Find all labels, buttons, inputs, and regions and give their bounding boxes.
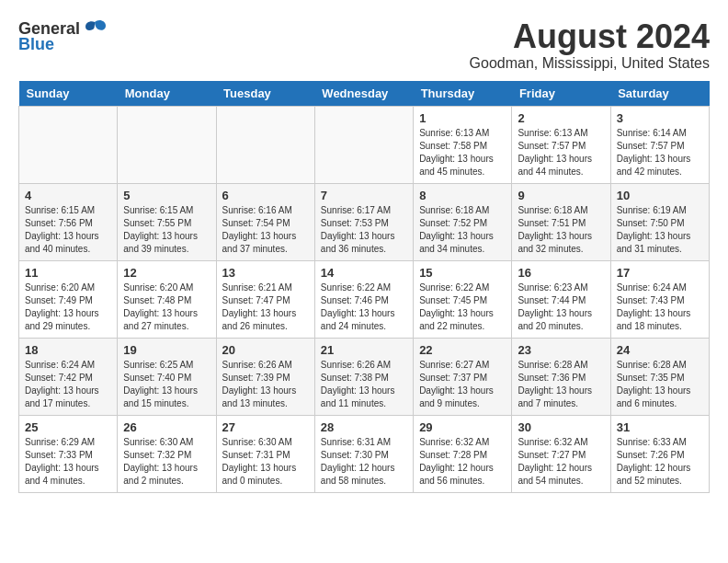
calendar-cell-w1-d2 <box>118 106 216 183</box>
day-number: 16 <box>518 266 604 280</box>
day-number: 13 <box>222 266 309 280</box>
day-info: Sunrise: 6:29 AMSunset: 7:33 PMDaylight:… <box>25 436 111 488</box>
calendar-cell-w1-d3 <box>216 106 314 183</box>
day-info: Sunrise: 6:23 AMSunset: 7:44 PMDaylight:… <box>518 282 604 333</box>
day-info: Sunrise: 6:13 AMSunset: 7:58 PMDaylight:… <box>419 127 506 178</box>
day-number: 20 <box>222 343 309 357</box>
day-number: 26 <box>123 420 210 434</box>
day-info: Sunrise: 6:28 AMSunset: 7:35 PMDaylight:… <box>617 359 703 410</box>
title-section: August 2024 Goodman, Mississippi, United… <box>470 18 710 72</box>
calendar-cell-w4-d5: 22Sunrise: 6:27 AMSunset: 7:37 PMDayligh… <box>414 338 512 415</box>
calendar-cell-w1-d4 <box>314 106 413 183</box>
day-number: 17 <box>617 266 703 280</box>
calendar-cell-w5-d4: 28Sunrise: 6:31 AMSunset: 7:30 PMDayligh… <box>314 415 413 492</box>
week-row-5: 25Sunrise: 6:29 AMSunset: 7:33 PMDayligh… <box>19 415 710 492</box>
day-info: Sunrise: 6:15 AMSunset: 7:55 PMDaylight:… <box>123 204 210 256</box>
week-row-1: 1Sunrise: 6:13 AMSunset: 7:58 PMDaylight… <box>19 106 710 183</box>
calendar-cell-w4-d1: 18Sunrise: 6:24 AMSunset: 7:42 PMDayligh… <box>19 338 118 415</box>
calendar-cell-w1-d1 <box>19 106 118 183</box>
day-info: Sunrise: 6:18 AMSunset: 7:52 PMDaylight:… <box>419 204 506 256</box>
day-info: Sunrise: 6:25 AMSunset: 7:40 PMDaylight:… <box>123 359 210 410</box>
calendar-cell-w5-d6: 30Sunrise: 6:32 AMSunset: 7:27 PMDayligh… <box>512 415 610 492</box>
day-number: 4 <box>25 189 111 202</box>
day-number: 23 <box>518 343 604 357</box>
calendar-cell-w3-d6: 16Sunrise: 6:23 AMSunset: 7:44 PMDayligh… <box>512 260 610 338</box>
day-info: Sunrise: 6:20 AMSunset: 7:49 PMDaylight:… <box>25 282 111 333</box>
day-info: Sunrise: 6:22 AMSunset: 7:46 PMDaylight:… <box>321 282 407 333</box>
day-info: Sunrise: 6:30 AMSunset: 7:32 PMDaylight:… <box>123 436 210 488</box>
calendar-cell-w3-d1: 11Sunrise: 6:20 AMSunset: 7:49 PMDayligh… <box>19 260 118 338</box>
day-number: 21 <box>321 343 407 357</box>
calendar-cell-w1-d6: 2Sunrise: 6:13 AMSunset: 7:57 PMDaylight… <box>512 106 610 183</box>
day-number: 10 <box>617 189 703 202</box>
calendar-cell-w5-d2: 26Sunrise: 6:30 AMSunset: 7:32 PMDayligh… <box>118 415 216 492</box>
day-number: 25 <box>25 420 111 434</box>
day-info: Sunrise: 6:18 AMSunset: 7:51 PMDaylight:… <box>518 204 604 256</box>
day-number: 15 <box>419 266 506 280</box>
day-number: 1 <box>419 111 506 125</box>
calendar-cell-w3-d5: 15Sunrise: 6:22 AMSunset: 7:45 PMDayligh… <box>414 260 512 338</box>
calendar-table: Sunday Monday Tuesday Wednesday Thursday… <box>18 81 710 493</box>
day-info: Sunrise: 6:24 AMSunset: 7:43 PMDaylight:… <box>617 282 703 333</box>
day-number: 14 <box>321 266 407 280</box>
day-number: 22 <box>419 343 506 357</box>
calendar-header-row: Sunday Monday Tuesday Wednesday Thursday… <box>19 81 710 107</box>
logo-blue-text: Blue <box>18 35 54 54</box>
calendar-cell-w2-d1: 4Sunrise: 6:15 AMSunset: 7:56 PMDaylight… <box>19 183 118 260</box>
day-number: 3 <box>617 111 703 125</box>
day-info: Sunrise: 6:32 AMSunset: 7:27 PMDaylight:… <box>518 436 604 488</box>
day-info: Sunrise: 6:33 AMSunset: 7:26 PMDaylight:… <box>617 436 703 488</box>
day-info: Sunrise: 6:27 AMSunset: 7:37 PMDaylight:… <box>419 359 506 410</box>
calendar-cell-w2-d3: 6Sunrise: 6:16 AMSunset: 7:54 PMDaylight… <box>216 183 314 260</box>
day-number: 9 <box>518 189 604 202</box>
col-saturday: Saturday <box>610 81 709 107</box>
week-row-2: 4Sunrise: 6:15 AMSunset: 7:56 PMDaylight… <box>19 183 710 260</box>
calendar-cell-w2-d5: 8Sunrise: 6:18 AMSunset: 7:52 PMDaylight… <box>414 183 512 260</box>
calendar-cell-w5-d1: 25Sunrise: 6:29 AMSunset: 7:33 PMDayligh… <box>19 415 118 492</box>
day-info: Sunrise: 6:30 AMSunset: 7:31 PMDaylight:… <box>222 436 309 488</box>
day-number: 18 <box>25 343 111 357</box>
day-info: Sunrise: 6:26 AMSunset: 7:38 PMDaylight:… <box>321 359 407 410</box>
day-number: 12 <box>123 266 210 280</box>
calendar-cell-w4-d2: 19Sunrise: 6:25 AMSunset: 7:40 PMDayligh… <box>118 338 216 415</box>
calendar-cell-w4-d4: 21Sunrise: 6:26 AMSunset: 7:38 PMDayligh… <box>314 338 413 415</box>
day-number: 19 <box>123 343 210 357</box>
day-info: Sunrise: 6:16 AMSunset: 7:54 PMDaylight:… <box>222 204 309 256</box>
calendar-cell-w4-d7: 24Sunrise: 6:28 AMSunset: 7:35 PMDayligh… <box>610 338 709 415</box>
month-title: August 2024 <box>470 18 710 55</box>
header: General Blue August 2024 Goodman, Missis… <box>18 18 710 72</box>
day-number: 2 <box>518 111 604 125</box>
page-container: General Blue August 2024 Goodman, Missis… <box>18 18 710 493</box>
day-info: Sunrise: 6:13 AMSunset: 7:57 PMDaylight:… <box>518 127 604 178</box>
col-sunday: Sunday <box>19 81 118 107</box>
day-number: 24 <box>617 343 703 357</box>
day-number: 6 <box>222 189 309 202</box>
day-number: 30 <box>518 420 604 434</box>
day-info: Sunrise: 6:32 AMSunset: 7:28 PMDaylight:… <box>419 436 506 488</box>
calendar-cell-w2-d2: 5Sunrise: 6:15 AMSunset: 7:55 PMDaylight… <box>118 183 216 260</box>
day-info: Sunrise: 6:28 AMSunset: 7:36 PMDaylight:… <box>518 359 604 410</box>
calendar-cell-w3-d2: 12Sunrise: 6:20 AMSunset: 7:48 PMDayligh… <box>118 260 216 338</box>
col-wednesday: Wednesday <box>314 81 413 107</box>
day-info: Sunrise: 6:20 AMSunset: 7:48 PMDaylight:… <box>123 282 210 333</box>
calendar-cell-w1-d5: 1Sunrise: 6:13 AMSunset: 7:58 PMDaylight… <box>414 106 512 183</box>
calendar-cell-w5-d5: 29Sunrise: 6:32 AMSunset: 7:28 PMDayligh… <box>414 415 512 492</box>
day-number: 29 <box>419 420 506 434</box>
calendar-cell-w3-d3: 13Sunrise: 6:21 AMSunset: 7:47 PMDayligh… <box>216 260 314 338</box>
location: Goodman, Mississippi, United States <box>470 55 710 72</box>
day-info: Sunrise: 6:15 AMSunset: 7:56 PMDaylight:… <box>25 204 111 256</box>
day-number: 28 <box>321 420 407 434</box>
calendar-cell-w4-d6: 23Sunrise: 6:28 AMSunset: 7:36 PMDayligh… <box>512 338 610 415</box>
day-info: Sunrise: 6:17 AMSunset: 7:53 PMDaylight:… <box>321 204 407 256</box>
day-number: 8 <box>419 189 506 202</box>
col-thursday: Thursday <box>414 81 512 107</box>
col-monday: Monday <box>118 81 216 107</box>
week-row-4: 18Sunrise: 6:24 AMSunset: 7:42 PMDayligh… <box>19 338 710 415</box>
logo-bird-icon <box>82 18 108 39</box>
day-number: 27 <box>222 420 309 434</box>
day-info: Sunrise: 6:21 AMSunset: 7:47 PMDaylight:… <box>222 282 309 333</box>
calendar-cell-w2-d6: 9Sunrise: 6:18 AMSunset: 7:51 PMDaylight… <box>512 183 610 260</box>
day-number: 11 <box>25 266 111 280</box>
calendar-cell-w5-d3: 27Sunrise: 6:30 AMSunset: 7:31 PMDayligh… <box>216 415 314 492</box>
week-row-3: 11Sunrise: 6:20 AMSunset: 7:49 PMDayligh… <box>19 260 710 338</box>
